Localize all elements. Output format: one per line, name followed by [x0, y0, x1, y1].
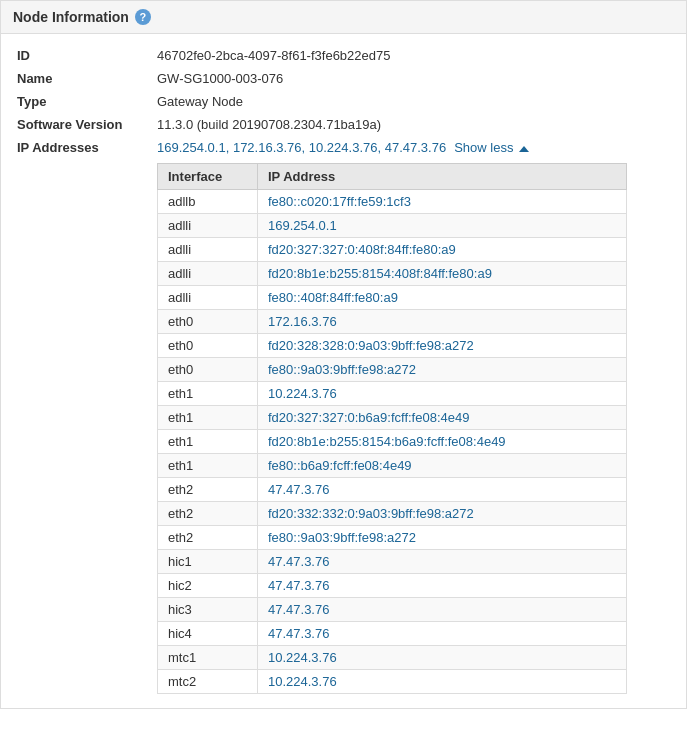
type-label: Type [17, 94, 157, 109]
ip-main-line: 169.254.0.1, 172.16.3.76, 10.224.3.76, 4… [157, 140, 670, 155]
ip-detail-table: Interface IP Address adllbfe80::c020:17f… [157, 163, 627, 694]
table-cell-ip: fe80::408f:84ff:fe80:a9 [258, 286, 627, 310]
table-row: eth0fd20:328:328:0:9a03:9bff:fe98:a272 [158, 334, 627, 358]
table-cell-interface: eth0 [158, 310, 258, 334]
node-information-panel: Node Information ? ID 46702fe0-2bca-4097… [0, 0, 687, 709]
table-row: eth247.47.3.76 [158, 478, 627, 502]
table-row: hic447.47.3.76 [158, 622, 627, 646]
table-cell-ip: 47.47.3.76 [258, 598, 627, 622]
table-row: adllifd20:8b1e:b255:8154:408f:84ff:fe80:… [158, 262, 627, 286]
table-cell-interface: eth0 [158, 334, 258, 358]
name-label: Name [17, 71, 157, 86]
table-cell-ip: 47.47.3.76 [258, 574, 627, 598]
table-cell-ip: fd20:8b1e:b255:8154:b6a9:fcff:fe08:4e49 [258, 430, 627, 454]
ip-addresses-summary: 169.254.0.1, 172.16.3.76, 10.224.3.76, 4… [157, 140, 446, 155]
table-cell-ip: 47.47.3.76 [258, 622, 627, 646]
table-row: eth2fd20:332:332:0:9a03:9bff:fe98:a272 [158, 502, 627, 526]
table-row: eth1fd20:327:327:0:b6a9:fcff:fe08:4e49 [158, 406, 627, 430]
table-row: hic247.47.3.76 [158, 574, 627, 598]
table-row: adlli169.254.0.1 [158, 214, 627, 238]
table-row: mtc210.224.3.76 [158, 670, 627, 694]
table-cell-ip: 10.224.3.76 [258, 646, 627, 670]
table-cell-ip: 47.47.3.76 [258, 478, 627, 502]
panel-title: Node Information [13, 9, 129, 25]
chevron-up-icon [519, 146, 529, 152]
software-version-value: 11.3.0 (build 20190708.2304.71ba19a) [157, 117, 670, 132]
table-cell-interface: adlli [158, 214, 258, 238]
col-ip-header: IP Address [258, 164, 627, 190]
table-cell-interface: hic1 [158, 550, 258, 574]
table-row: adllifd20:327:327:0:408f:84ff:fe80:a9 [158, 238, 627, 262]
col-interface-header: Interface [158, 164, 258, 190]
table-cell-interface: mtc1 [158, 646, 258, 670]
table-cell-interface: adllb [158, 190, 258, 214]
table-cell-ip: fd20:327:327:0:408f:84ff:fe80:a9 [258, 238, 627, 262]
show-less-label: Show less [454, 140, 513, 155]
help-icon[interactable]: ? [135, 9, 151, 25]
table-row: adllbfe80::c020:17ff:fe59:1cf3 [158, 190, 627, 214]
id-value: 46702fe0-2bca-4097-8f61-f3fe6b22ed75 [157, 48, 670, 63]
info-table: ID 46702fe0-2bca-4097-8f61-f3fe6b22ed75 … [1, 34, 686, 708]
table-row: eth1fe80::b6a9:fcff:fe08:4e49 [158, 454, 627, 478]
table-cell-interface: eth1 [158, 454, 258, 478]
table-row: eth110.224.3.76 [158, 382, 627, 406]
id-row: ID 46702fe0-2bca-4097-8f61-f3fe6b22ed75 [17, 44, 670, 67]
ip-addresses-label: IP Addresses [17, 140, 157, 155]
panel-header: Node Information ? [1, 1, 686, 34]
type-row: Type Gateway Node [17, 90, 670, 113]
table-cell-interface: eth2 [158, 502, 258, 526]
table-row: adllife80::408f:84ff:fe80:a9 [158, 286, 627, 310]
table-cell-ip: fd20:327:327:0:b6a9:fcff:fe08:4e49 [258, 406, 627, 430]
table-cell-interface: hic4 [158, 622, 258, 646]
ip-addresses-row: IP Addresses 169.254.0.1, 172.16.3.76, 1… [17, 136, 670, 698]
table-cell-interface: eth1 [158, 406, 258, 430]
name-row: Name GW-SG1000-003-076 [17, 67, 670, 90]
table-cell-ip: 47.47.3.76 [258, 550, 627, 574]
table-cell-ip: fe80::9a03:9bff:fe98:a272 [258, 358, 627, 382]
table-row: mtc110.224.3.76 [158, 646, 627, 670]
ip-table-container: Interface IP Address adllbfe80::c020:17f… [157, 163, 670, 694]
table-cell-interface: adlli [158, 238, 258, 262]
table-cell-interface: eth1 [158, 382, 258, 406]
table-cell-interface: eth2 [158, 478, 258, 502]
table-cell-interface: eth2 [158, 526, 258, 550]
table-header-row: Interface IP Address [158, 164, 627, 190]
table-cell-ip: fe80::9a03:9bff:fe98:a272 [258, 526, 627, 550]
table-row: eth0172.16.3.76 [158, 310, 627, 334]
table-cell-ip: 10.224.3.76 [258, 670, 627, 694]
table-cell-ip: fe80::c020:17ff:fe59:1cf3 [258, 190, 627, 214]
table-row: hic347.47.3.76 [158, 598, 627, 622]
table-cell-interface: hic2 [158, 574, 258, 598]
table-row: eth0fe80::9a03:9bff:fe98:a272 [158, 358, 627, 382]
table-cell-interface: adlli [158, 286, 258, 310]
table-cell-interface: hic3 [158, 598, 258, 622]
name-value: GW-SG1000-003-076 [157, 71, 670, 86]
type-value: Gateway Node [157, 94, 670, 109]
table-cell-interface: eth1 [158, 430, 258, 454]
software-version-row: Software Version 11.3.0 (build 20190708.… [17, 113, 670, 136]
table-cell-ip: 172.16.3.76 [258, 310, 627, 334]
table-cell-ip: fe80::b6a9:fcff:fe08:4e49 [258, 454, 627, 478]
table-cell-ip: 10.224.3.76 [258, 382, 627, 406]
show-less-link[interactable]: Show less [454, 140, 529, 155]
id-label: ID [17, 48, 157, 63]
table-cell-ip: fd20:332:332:0:9a03:9bff:fe98:a272 [258, 502, 627, 526]
table-cell-interface: adlli [158, 262, 258, 286]
table-cell-ip: 169.254.0.1 [258, 214, 627, 238]
table-row: eth2fe80::9a03:9bff:fe98:a272 [158, 526, 627, 550]
table-cell-interface: eth0 [158, 358, 258, 382]
table-row: eth1fd20:8b1e:b255:8154:b6a9:fcff:fe08:4… [158, 430, 627, 454]
table-cell-interface: mtc2 [158, 670, 258, 694]
table-row: hic147.47.3.76 [158, 550, 627, 574]
software-version-label: Software Version [17, 117, 157, 132]
table-cell-ip: fd20:8b1e:b255:8154:408f:84ff:fe80:a9 [258, 262, 627, 286]
ip-addresses-content: 169.254.0.1, 172.16.3.76, 10.224.3.76, 4… [157, 140, 670, 694]
table-cell-ip: fd20:328:328:0:9a03:9bff:fe98:a272 [258, 334, 627, 358]
